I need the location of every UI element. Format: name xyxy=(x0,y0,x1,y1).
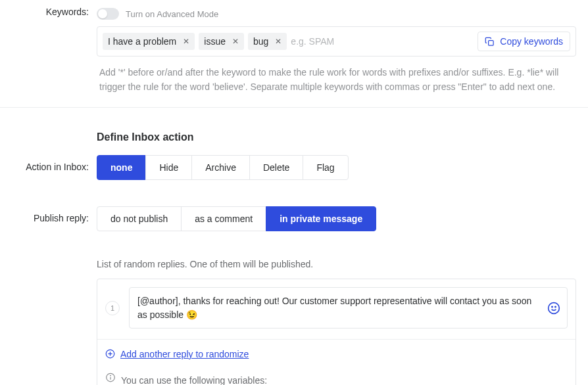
reply-text-input[interactable]: [@author], thanks for reaching out! Our … xyxy=(129,287,568,328)
copy-keywords-button[interactable]: Copy keywords xyxy=(478,32,570,51)
svg-point-9 xyxy=(110,376,111,376)
remove-tag-icon[interactable]: ✕ xyxy=(232,37,239,45)
info-variables-line: You can use the following variables: xyxy=(121,373,532,385)
inbox-action-option-Hide[interactable]: Hide xyxy=(145,155,192,180)
inbox-action-option-Delete[interactable]: Delete xyxy=(249,155,303,180)
keyword-tag: bug✕ xyxy=(248,33,287,50)
inbox-action-option-Flag[interactable]: Flag xyxy=(303,155,348,180)
toggle-knob xyxy=(98,9,107,18)
inbox-action-option-none[interactable]: none xyxy=(97,155,146,180)
action-in-inbox-row: Action in Inbox: noneHideArchiveDeleteFl… xyxy=(12,155,576,180)
emoji-picker-icon[interactable] xyxy=(547,302,560,315)
keywords-hint: Add '*' before or/and after the keyword … xyxy=(97,57,576,107)
publish-reply-option-as-a-comment[interactable]: as a comment xyxy=(181,206,266,231)
replies-box: 1[@author], thanks for reaching out! Our… xyxy=(97,279,576,385)
replies-intro: List of random replies. One of them will… xyxy=(97,256,576,279)
add-reply-link[interactable]: Add another reply to randomize xyxy=(105,349,249,359)
publish-reply-option-do-not-publish[interactable]: do not publish xyxy=(97,206,182,231)
inner-divider xyxy=(97,339,576,340)
reply-info-block: You can use the following variables: [@a… xyxy=(105,361,568,385)
remove-tag-icon[interactable]: ✕ xyxy=(183,37,189,45)
svg-rect-0 xyxy=(489,40,494,45)
keywords-section: Keywords: Turn on Advanced Mode I have a… xyxy=(0,0,588,107)
add-reply-label: Add another reply to randomize xyxy=(120,349,249,359)
advanced-mode-toggle[interactable] xyxy=(97,8,119,20)
keyword-tag-text: issue xyxy=(204,36,226,47)
svg-point-3 xyxy=(555,306,556,307)
publish-reply-segmented: do not publishas a commentin private mes… xyxy=(97,206,576,231)
keyword-tag-text: I have a problem xyxy=(108,36,176,47)
reply-row: 1[@author], thanks for reaching out! Our… xyxy=(105,287,568,328)
keyword-tag-text: bug xyxy=(253,36,268,47)
reply-text: [@author], thanks for reaching out! Our … xyxy=(137,296,531,319)
svg-point-2 xyxy=(552,306,552,307)
keyword-tags: I have a problem✕issue✕bug✕ xyxy=(103,33,472,50)
info-icon xyxy=(105,373,116,382)
copy-keywords-label: Copy keywords xyxy=(500,36,563,47)
plus-circle-icon xyxy=(105,349,115,359)
advanced-mode-label: Turn on Advanced Mode xyxy=(126,9,218,19)
keyword-tag: I have a problem✕ xyxy=(103,33,195,50)
svg-point-1 xyxy=(549,302,560,313)
publish-reply-row: Publish reply: do not publishas a commen… xyxy=(12,206,576,231)
inbox-action-option-Archive[interactable]: Archive xyxy=(191,155,250,180)
keyword-tag: issue✕ xyxy=(199,33,244,50)
remove-tag-icon[interactable]: ✕ xyxy=(275,37,282,45)
copy-icon xyxy=(485,37,495,47)
keywords-input-wrap: I have a problem✕issue✕bug✕ Copy keyword… xyxy=(97,26,576,57)
publish-reply-label: Publish reply: xyxy=(12,206,97,223)
inbox-action-segmented: noneHideArchiveDeleteFlag xyxy=(97,155,576,180)
keywords-input[interactable] xyxy=(291,36,472,47)
publish-reply-option-in-private-message[interactable]: in private message xyxy=(266,206,376,231)
keywords-label: Keywords: xyxy=(12,7,97,17)
action-in-inbox-label: Action in Inbox: xyxy=(12,155,97,172)
reply-number: 1 xyxy=(105,301,120,315)
define-inbox-action-title: Define Inbox action xyxy=(97,131,576,143)
